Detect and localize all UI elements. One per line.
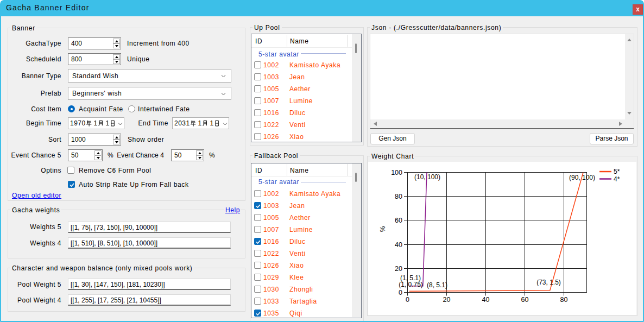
svg-text:(90, 100): (90, 100) [569, 174, 595, 181]
svg-text:(8, 5.1): (8, 5.1) [427, 281, 447, 289]
svg-text:0: 0 [406, 296, 409, 304]
svg-text:80: 80 [395, 193, 402, 200]
svg-text:5*: 5* [614, 168, 620, 175]
svg-text:%: % [379, 226, 387, 232]
svg-text:80: 80 [560, 296, 568, 304]
svg-text:60: 60 [395, 217, 402, 224]
svg-text:40: 40 [395, 241, 402, 249]
svg-text:60: 60 [521, 296, 529, 304]
svg-text:20: 20 [395, 265, 402, 273]
svg-text:4*: 4* [614, 175, 620, 183]
svg-text:100: 100 [391, 169, 402, 176]
svg-text:0: 0 [399, 289, 402, 296]
svg-text:(73, 1.5): (73, 1.5) [536, 279, 561, 286]
svg-text:(1, 0.75): (1, 0.75) [399, 281, 423, 288]
svg-text:(10, 100): (10, 100) [414, 173, 440, 181]
svg-text:40: 40 [482, 296, 490, 304]
svg-text:20: 20 [443, 296, 451, 304]
